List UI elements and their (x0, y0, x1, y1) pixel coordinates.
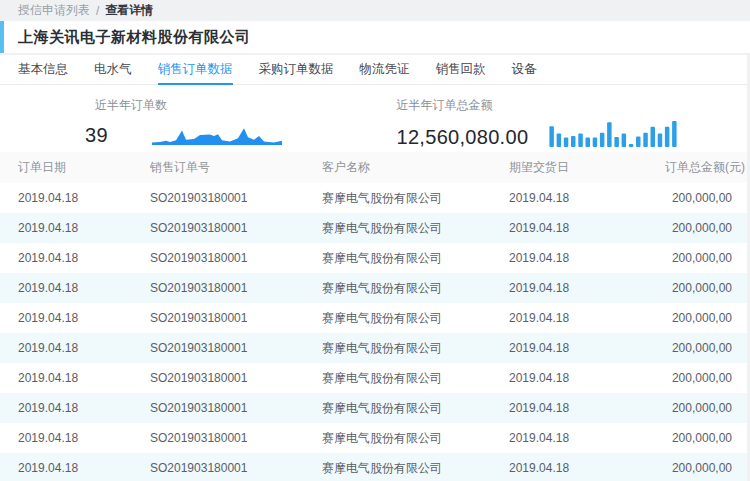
orders-amount-value: 12,560,080.00 (397, 127, 529, 147)
table-cell: 2019.04.18 (0, 461, 150, 475)
table-cell: 赛摩电气股份有限公司 (322, 400, 509, 417)
table-cell: 赛摩电气股份有限公司 (322, 340, 509, 357)
tab-sales-orders[interactable]: 销售订单数据 (158, 55, 233, 85)
orders-amount-stat: 近半年订单总金额 12,560,080.00 (374, 97, 748, 152)
table-cell: 2019.04.18 (0, 281, 150, 295)
tab-basic-info[interactable]: 基本信息 (18, 55, 68, 85)
table-cell: 200,000,00 (665, 281, 747, 295)
table-cell: SO201903180001 (150, 311, 322, 325)
table-cell: 200,000,00 (665, 221, 747, 235)
breadcrumb-separator: / (96, 4, 99, 18)
table-cell: 2019.04.18 (509, 191, 665, 205)
table-cell: 赛摩电气股份有限公司 (322, 370, 509, 387)
table-cell: 2019.04.18 (0, 341, 150, 355)
amount-bar-chart (548, 119, 678, 147)
tab-equipment[interactable]: 设备 (512, 55, 537, 85)
table-cell: 赛摩电气股份有限公司 (322, 190, 509, 207)
table-cell: SO201903180001 (150, 281, 322, 295)
breadcrumb-parent-link[interactable]: 授信申请列表 (18, 2, 90, 19)
table-cell: 2019.04.18 (0, 311, 150, 325)
table-cell: 赛摩电气股份有限公司 (322, 460, 509, 477)
table-cell: 200,000,00 (665, 191, 747, 205)
page-title: 上海关讯电子新材料股份有限公司 (18, 28, 251, 47)
table-row: 2019.04.18SO201903180001赛摩电气股份有限公司2019.0… (0, 213, 747, 243)
table-cell: 赛摩电气股份有限公司 (322, 430, 509, 447)
orders-trend-area-chart (152, 119, 282, 145)
orders-count-label: 近半年订单数 (85, 97, 374, 114)
tab-logistics-vouchers[interactable]: 物流凭证 (360, 55, 410, 85)
orders-table: 订单日期销售订单号客户名称期望交货日订单总金额(元) 2019.04.18SO2… (0, 152, 747, 481)
table-cell: 2019.04.18 (509, 401, 665, 415)
orders-count-stat: 近半年订单数 39 (0, 97, 374, 152)
table-cell: SO201903180001 (150, 431, 322, 445)
stats-section: 近半年订单数 39 近半年订单总金额 12,560,080.00 (0, 85, 747, 152)
table-cell: 2019.04.18 (509, 371, 665, 385)
title-bar: 上海关讯电子新材料股份有限公司 (0, 21, 750, 53)
title-accent-bar (0, 21, 4, 53)
orders-count-value: 39 (85, 125, 108, 145)
table-cell: 200,000,00 (665, 461, 747, 475)
table-cell: 赛摩电气股份有限公司 (322, 220, 509, 237)
table-cell: SO201903180001 (150, 461, 322, 475)
table-cell: 2019.04.18 (509, 281, 665, 295)
table-cell: 2019.04.18 (509, 341, 665, 355)
table-cell: 2019.04.18 (0, 431, 150, 445)
table-cell: 200,000,00 (665, 341, 747, 355)
table-cell: SO201903180001 (150, 401, 322, 415)
table-cell: 赛摩电气股份有限公司 (322, 250, 509, 267)
table-row: 2019.04.18SO201903180001赛摩电气股份有限公司2019.0… (0, 273, 747, 303)
table-row: 2019.04.18SO201903180001赛摩电气股份有限公司2019.0… (0, 333, 747, 363)
table-cell: 2019.04.18 (509, 461, 665, 475)
table-cell: SO201903180001 (150, 341, 322, 355)
tab-utilities[interactable]: 电水气 (94, 55, 132, 85)
table-row: 2019.04.18SO201903180001赛摩电气股份有限公司2019.0… (0, 423, 747, 453)
table-cell: 赛摩电气股份有限公司 (322, 280, 509, 297)
table-header-row: 订单日期销售订单号客户名称期望交货日订单总金额(元) (0, 152, 747, 183)
table-cell: 2019.04.18 (0, 191, 150, 205)
table-cell: 2019.04.18 (509, 221, 665, 235)
table-cell: SO201903180001 (150, 371, 322, 385)
table-cell: 200,000,00 (665, 311, 747, 325)
orders-amount-label: 近半年订单总金额 (397, 97, 748, 114)
table-row: 2019.04.18SO201903180001赛摩电气股份有限公司2019.0… (0, 453, 747, 481)
table-cell: SO201903180001 (150, 191, 322, 205)
table-cell: 2019.04.18 (0, 221, 150, 235)
column-header: 期望交货日 (509, 159, 665, 176)
table-cell: 2019.04.18 (0, 251, 150, 265)
table-cell: 200,000,00 (665, 251, 747, 265)
tab-sales-collections[interactable]: 销售回款 (436, 55, 486, 85)
table-cell: 2019.04.18 (509, 251, 665, 265)
table-cell: SO201903180001 (150, 221, 322, 235)
table-cell: 200,000,00 (665, 371, 747, 385)
table-cell: 200,000,00 (665, 401, 747, 415)
table-row: 2019.04.18SO201903180001赛摩电气股份有限公司2019.0… (0, 183, 747, 213)
table-cell: 2019.04.18 (0, 401, 150, 415)
breadcrumb: 授信申请列表 / 查看详情 (0, 0, 750, 21)
table-cell: 赛摩电气股份有限公司 (322, 310, 509, 327)
column-header: 客户名称 (322, 159, 509, 176)
column-header: 订单总金额(元) (665, 159, 747, 176)
table-cell: 200,000,00 (665, 431, 747, 445)
column-header: 订单日期 (0, 159, 150, 176)
table-cell: SO201903180001 (150, 251, 322, 265)
table-cell: 2019.04.18 (509, 431, 665, 445)
breadcrumb-current: 查看详情 (105, 2, 153, 19)
table-row: 2019.04.18SO201903180001赛摩电气股份有限公司2019.0… (0, 393, 747, 423)
tab-bar: 基本信息电水气销售订单数据采购订单数据物流凭证销售回款设备 (0, 55, 747, 85)
table-cell: 2019.04.18 (0, 371, 150, 385)
detail-card: 基本信息电水气销售订单数据采购订单数据物流凭证销售回款设备 近半年订单数 39 … (0, 55, 747, 481)
table-row: 2019.04.18SO201903180001赛摩电气股份有限公司2019.0… (0, 363, 747, 393)
table-row: 2019.04.18SO201903180001赛摩电气股份有限公司2019.0… (0, 243, 747, 273)
tab-purchase-orders[interactable]: 采购订单数据 (259, 55, 334, 85)
column-header: 销售订单号 (150, 159, 322, 176)
table-row: 2019.04.18SO201903180001赛摩电气股份有限公司2019.0… (0, 303, 747, 333)
table-body: 2019.04.18SO201903180001赛摩电气股份有限公司2019.0… (0, 183, 747, 481)
table-cell: 2019.04.18 (509, 311, 665, 325)
